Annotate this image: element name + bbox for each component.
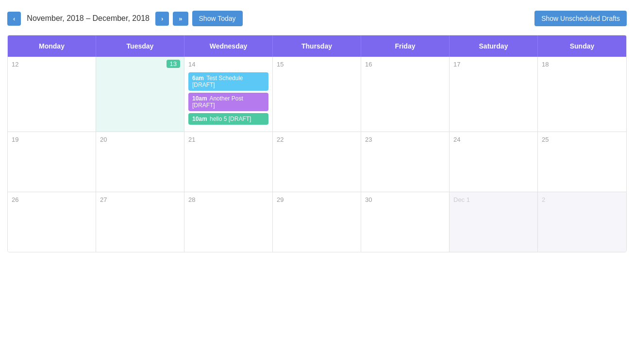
date-cell-26[interactable]: 26 [8,192,96,206]
events-cell-15[interactable] [273,70,361,132]
date-cell-28[interactable]: 28 [184,192,273,206]
events-cell-28[interactable] [184,206,273,252]
week-2-dates: 19 20 21 22 23 24 25 [8,132,626,146]
date-cell-24[interactable]: 24 [450,132,538,146]
date-cell-25[interactable]: 25 [538,132,626,146]
events-cell-26[interactable] [8,206,96,252]
events-cell-20[interactable] [96,146,184,192]
week-3-events [8,206,626,252]
week-1-dates: 12 13 14 15 16 17 18 [8,57,626,70]
date-cell-22[interactable]: 22 [273,132,361,146]
week-1-events: 6am Test Schedule [DRAFT] 10am Another P… [8,70,626,132]
show-today-button[interactable]: Show Today [192,11,243,26]
date-cell-27[interactable]: 27 [96,192,184,206]
date-range-label: November, 2018 – December, 2018 [27,14,150,23]
date-cell-dec2[interactable]: 2 [538,192,626,206]
date-cell-18[interactable]: 18 [538,57,626,70]
events-cell-27[interactable] [96,206,184,252]
events-cell-30[interactable] [361,206,450,252]
header-sunday: Sunday [538,35,626,57]
date-cell-12[interactable]: 12 [8,57,96,70]
date-cell-29[interactable]: 29 [273,192,361,206]
events-cell-18[interactable] [538,70,626,132]
events-cell-14[interactable]: 6am Test Schedule [DRAFT] 10am Another P… [184,70,273,132]
week-3: 26 27 28 29 30 Dec 1 2 [8,192,626,252]
header-wednesday: Wednesday [184,35,273,57]
events-cell-22[interactable] [273,146,361,192]
events-cell-dec2[interactable] [538,206,626,252]
events-cell-19[interactable] [8,146,96,192]
prev-prev-button[interactable]: ‹ [7,12,21,26]
next-button[interactable]: › [155,12,169,26]
header-tuesday: Tuesday [96,35,184,57]
toolbar: ‹ November, 2018 – December, 2018 › » Sh… [7,5,627,35]
header-friday: Friday [361,35,450,57]
calendar-header: Monday Tuesday Wednesday Thursday Friday… [8,35,626,57]
events-cell-24[interactable] [450,146,538,192]
date-cell-14[interactable]: 14 [184,57,273,70]
events-cell-25[interactable] [538,146,626,192]
date-cell-20[interactable]: 20 [96,132,184,146]
events-cell-12[interactable] [8,70,96,132]
date-cell-15[interactable]: 15 [273,57,361,70]
date-cell-23[interactable]: 23 [361,132,450,146]
date-cell-16[interactable]: 16 [361,57,450,70]
date-cell-30[interactable]: 30 [361,192,450,206]
events-cell-17[interactable] [450,70,538,132]
date-cell-19[interactable]: 19 [8,132,96,146]
header-saturday: Saturday [450,35,538,57]
events-cell-23[interactable] [361,146,450,192]
calendar-container: Monday Tuesday Wednesday Thursday Friday… [7,35,627,252]
page-wrapper: ‹ November, 2018 – December, 2018 › » Sh… [0,0,634,364]
event-another-post[interactable]: 10am Another Post [DRAFT] [188,93,268,111]
events-cell-13[interactable] [96,70,184,132]
events-cell-dec1[interactable] [450,206,538,252]
date-cell-21[interactable]: 21 [184,132,273,146]
events-cell-21[interactable] [184,146,273,192]
event-hello-5[interactable]: 10am hello 5 [DRAFT] [188,113,268,125]
next-next-button[interactable]: » [173,12,188,26]
events-cell-29[interactable] [273,206,361,252]
event-test-schedule[interactable]: 6am Test Schedule [DRAFT] [188,72,268,91]
date-cell-13[interactable]: 13 [96,57,184,70]
header-thursday: Thursday [273,35,361,57]
events-cell-16[interactable] [361,70,450,132]
week-1: 12 13 14 15 16 17 18 6am Test Schedule [… [8,57,626,132]
week-3-dates: 26 27 28 29 30 Dec 1 2 [8,192,626,206]
date-cell-17[interactable]: 17 [450,57,538,70]
show-drafts-button[interactable]: Show Unscheduled Drafts [534,11,627,26]
toolbar-left: ‹ November, 2018 – December, 2018 › » Sh… [7,11,531,26]
date-cell-dec1[interactable]: Dec 1 [450,192,538,206]
week-2: 19 20 21 22 23 24 25 [8,132,626,192]
header-monday: Monday [8,35,96,57]
week-2-events [8,146,626,192]
